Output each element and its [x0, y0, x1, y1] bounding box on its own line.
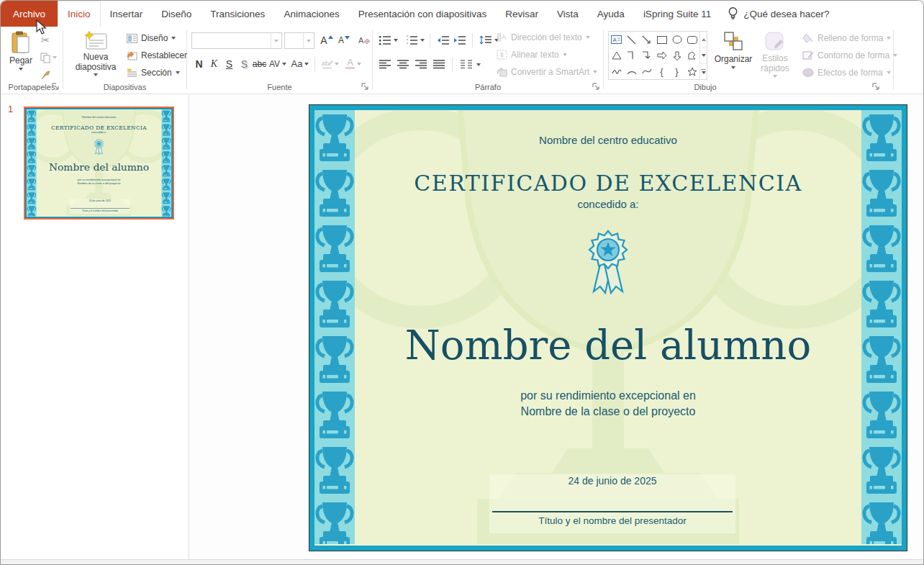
drawing-dialog-launcher[interactable]: [872, 83, 880, 91]
change-case-button[interactable]: Aa: [289, 55, 312, 72]
signature-block[interactable]: 24 de junio de 2025 Título y el nombre d…: [489, 474, 735, 533]
columns-dropdown-icon[interactable]: [476, 63, 481, 66]
shape-down-arrow-icon[interactable]: [669, 48, 684, 63]
clipboard-dialog-launcher[interactable]: [52, 83, 60, 91]
slide-thumbnail[interactable]: Nombre del centro educativo CERTIFICADO …: [24, 107, 174, 220]
section-button[interactable]: Sección: [127, 68, 180, 78]
shape-fill-button[interactable]: Relleno de forma: [802, 33, 891, 43]
strikethrough-button[interactable]: abc: [252, 55, 267, 72]
shape-curve-icon[interactable]: [639, 64, 654, 79]
italic-button[interactable]: K: [207, 55, 222, 72]
shape-triangle-icon[interactable]: [609, 48, 624, 63]
font-dialog-launcher[interactable]: [361, 83, 369, 91]
text-direction-button[interactable]: A Dirección del texto: [497, 32, 590, 42]
align-center-button[interactable]: [395, 57, 410, 72]
certificate-title-text[interactable]: CERTIFICADO DE EXCELENCIA: [355, 171, 861, 196]
line-spacing-button[interactable]: [478, 32, 493, 48]
justify-button[interactable]: [431, 57, 446, 72]
columns-button[interactable]: [458, 57, 474, 72]
paste-button[interactable]: Pegar: [5, 31, 37, 71]
student-name-text[interactable]: Nombre del alumno: [355, 322, 861, 369]
shape-outline-button[interactable]: Contorno de forma: [802, 50, 897, 60]
align-right-button[interactable]: [413, 57, 428, 72]
text-shadow-button[interactable]: S: [237, 55, 252, 72]
shape-elbow-connector-icon[interactable]: [624, 48, 639, 63]
clear-formatting-button[interactable]: A: [355, 32, 373, 48]
shapes-scroll-up-button[interactable]: [700, 32, 707, 47]
tab-archivo[interactable]: Archivo: [1, 1, 58, 27]
char-spacing-button[interactable]: AV: [267, 55, 289, 72]
reason-text[interactable]: por su rendimiento excepcional en Nombre…: [355, 388, 861, 420]
shape-scribble-icon[interactable]: [609, 64, 624, 79]
copy-button[interactable]: [37, 50, 60, 65]
shape-freeform-icon[interactable]: [684, 48, 699, 63]
presenter-text[interactable]: Título y el nombre del presentador: [489, 515, 735, 526]
tab-diseno[interactable]: Diseño: [152, 1, 201, 27]
tab-ayuda[interactable]: Ayuda: [588, 1, 634, 27]
bold-button[interactable]: N: [191, 55, 207, 72]
certificate[interactable]: Nombre del centro educativo CERTIFICADO …: [309, 104, 907, 551]
numbering-dropdown-icon[interactable]: [420, 39, 425, 42]
slide-number: 1: [8, 104, 13, 114]
align-text-dropdown-icon: [563, 53, 567, 56]
lightbulb-icon: [728, 6, 738, 21]
student-name-text: Nombre del alumno: [37, 161, 161, 173]
tell-me-box[interactable]: ¿Qué desea hacer?: [720, 1, 836, 27]
increase-indent-button[interactable]: [452, 32, 467, 48]
bullets-button[interactable]: [377, 32, 392, 48]
shape-textbox-icon[interactable]: A: [609, 32, 624, 48]
align-left-button[interactable]: [377, 57, 392, 72]
shape-effects-dropdown-icon: [887, 71, 891, 74]
quick-styles-button[interactable]: Estilos rápidos: [755, 31, 795, 78]
arrange-button[interactable]: Organizar: [713, 31, 753, 69]
highlight-color-button[interactable]: ab: [318, 55, 343, 72]
new-slide-button[interactable]: Nueva diapositiva: [69, 31, 122, 76]
shape-right-brace-icon[interactable]: }: [669, 64, 684, 79]
tab-inicio[interactable]: Inicio: [58, 1, 101, 27]
shape-line-icon[interactable]: [624, 32, 639, 48]
shape-arrow-icon[interactable]: [639, 32, 654, 48]
shape-star-icon[interactable]: [684, 64, 699, 79]
tab-ayuda-label: Ayuda: [597, 9, 625, 19]
format-painter-button[interactable]: [37, 67, 54, 83]
school-name-text[interactable]: Nombre del centro educativo: [355, 134, 861, 146]
decrease-indent-button[interactable]: [435, 32, 450, 48]
tab-vista[interactable]: Vista: [548, 1, 588, 27]
tab-transiciones[interactable]: Transiciones: [201, 1, 274, 27]
tab-ispring[interactable]: iSpring Suite 11: [634, 1, 720, 27]
shrink-font-button[interactable]: A: [335, 32, 353, 48]
convert-smartart-button[interactable]: Convertir a SmartArt: [497, 67, 597, 77]
numbering-button[interactable]: [404, 32, 419, 48]
awarded-to-text[interactable]: concedido a:: [355, 198, 861, 210]
grow-font-button[interactable]: A: [318, 32, 335, 48]
bullets-dropdown-icon[interactable]: [394, 39, 398, 42]
shape-rounded-rectangle-icon[interactable]: [684, 32, 699, 48]
certificate[interactable]: Nombre del centro educativo CERTIFICADO …: [25, 108, 173, 218]
font-color-button[interactable]: A: [343, 55, 364, 72]
tab-revisar[interactable]: Revisar: [496, 1, 548, 27]
shape-arc-icon[interactable]: [624, 64, 639, 79]
tab-insertar[interactable]: Insertar: [101, 1, 153, 27]
shape-elbow-arrow-connector-icon[interactable]: [639, 48, 654, 63]
shape-rectangle-icon[interactable]: [654, 32, 669, 48]
slide-layout-button[interactable]: Diseño: [127, 33, 176, 43]
underline-button[interactable]: S: [222, 55, 237, 72]
shape-right-arrow-icon[interactable]: [654, 48, 669, 63]
align-text-button[interactable]: Alinear texto: [497, 50, 567, 60]
font-name-combo[interactable]: [191, 32, 282, 49]
shapes-more-button[interactable]: [700, 63, 707, 79]
smartart-dropdown-icon: [593, 71, 597, 73]
change-case-dropdown-icon: [304, 63, 309, 65]
highlight-dropdown-icon: [335, 63, 339, 65]
font-size-combo[interactable]: [284, 32, 314, 49]
shape-effects-button[interactable]: Efectos de forma: [802, 68, 891, 78]
shape-oval-icon[interactable]: [669, 32, 684, 48]
paragraph-dialog-launcher[interactable]: [592, 83, 600, 91]
tab-presentacion[interactable]: Presentación con diapositivas: [349, 1, 497, 27]
tab-animaciones[interactable]: Animaciones: [274, 1, 348, 27]
date-text[interactable]: 24 de junio de 2025: [489, 475, 735, 487]
shape-left-brace-icon[interactable]: {: [654, 64, 669, 79]
reset-slide-button[interactable]: Restablecer: [127, 50, 187, 60]
shapes-scroll-down-button[interactable]: [700, 47, 707, 63]
award-ribbon-icon[interactable]: [585, 230, 631, 302]
